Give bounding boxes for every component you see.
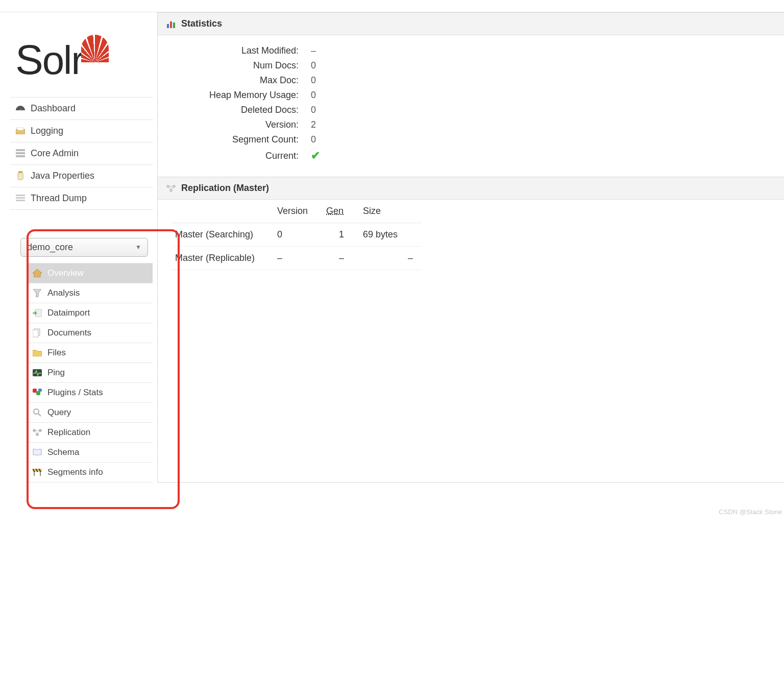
stat-value: 0 xyxy=(309,60,316,71)
core-selector-dropdown[interactable]: demo_core ▼ xyxy=(20,238,148,257)
stat-label: Last Modified: xyxy=(158,45,309,56)
svg-point-22 xyxy=(39,429,42,431)
core-sub-label: Replication xyxy=(47,427,90,438)
servers-icon xyxy=(15,149,26,158)
svg-rect-10 xyxy=(16,197,25,199)
core-sub-dataimport[interactable]: Dataimport xyxy=(27,303,153,323)
stat-value: 0 xyxy=(309,134,316,145)
sidebar-item-thread-dump[interactable]: Thread Dump xyxy=(10,187,153,210)
stat-value: 2 xyxy=(309,119,316,130)
import-icon xyxy=(32,308,42,318)
core-sub-documents[interactable]: Documents xyxy=(27,323,153,343)
svg-point-23 xyxy=(36,433,39,436)
replication-grid: Version Gen Size Master (Searching) 0 1 … xyxy=(172,200,421,270)
stat-label: Heap Memory Usage: xyxy=(158,90,309,101)
stat-value-check: ✔ xyxy=(309,149,320,162)
stat-row: Last Modified:– xyxy=(158,43,784,58)
sidebar-item-java-properties[interactable]: Java Properties xyxy=(10,165,153,187)
core-submenu: Overview Analysis Dataimport Documents xyxy=(27,263,153,483)
svg-rect-17 xyxy=(36,391,40,395)
barrier-icon xyxy=(32,468,42,477)
svg-rect-6 xyxy=(16,155,25,157)
core-sub-label: Overview xyxy=(47,268,84,278)
documents-icon xyxy=(32,328,42,338)
rep-row-version: – xyxy=(274,247,323,270)
core-sub-label: Ping xyxy=(47,368,65,378)
core-sub-label: Files xyxy=(47,348,66,358)
replication-title: Replication (Master) xyxy=(181,183,269,194)
threads-icon xyxy=(15,194,26,203)
svg-point-32 xyxy=(170,189,173,191)
core-sub-overview[interactable]: Overview xyxy=(27,263,153,283)
sidebar-item-logging[interactable]: Logging xyxy=(10,120,153,142)
sidebar: Solr Dashboard Logging Core Admin xyxy=(0,12,153,483)
statistics-header: Statistics xyxy=(158,13,784,35)
core-sub-plugins-stats[interactable]: Plugins / Stats xyxy=(27,383,153,403)
sidebar-item-label: Core Admin xyxy=(31,148,79,159)
core-sub-ping[interactable]: Ping xyxy=(27,363,153,383)
core-selector-value: demo_core xyxy=(27,242,73,253)
stat-row: Heap Memory Usage:0 xyxy=(158,88,784,103)
core-sub-segments-info[interactable]: Segments info xyxy=(27,463,153,483)
svg-rect-8 xyxy=(18,171,22,173)
bar-chart-icon xyxy=(166,19,176,29)
statistics-title: Statistics xyxy=(181,18,222,29)
rep-col-version: Version xyxy=(274,200,323,223)
gauge-icon xyxy=(15,104,26,113)
stat-label: Num Docs: xyxy=(158,60,309,71)
folder-icon xyxy=(32,348,42,357)
svg-rect-14 xyxy=(33,330,38,337)
rep-row-gen: 1 xyxy=(323,223,360,247)
stat-label: Version: xyxy=(158,119,309,130)
replication-icon xyxy=(32,428,42,437)
svg-rect-7 xyxy=(18,173,23,180)
magnifier-icon xyxy=(32,408,42,417)
svg-point-31 xyxy=(173,185,176,187)
core-sub-replication[interactable]: Replication xyxy=(27,423,153,443)
core-sub-files[interactable]: Files xyxy=(27,343,153,363)
svg-rect-16 xyxy=(33,389,37,393)
core-sub-analysis[interactable]: Analysis xyxy=(27,283,153,303)
replication-icon xyxy=(166,184,176,193)
svg-rect-9 xyxy=(16,195,25,196)
rep-row-gen: – xyxy=(323,247,360,270)
replication-header: Replication (Master) xyxy=(158,177,784,200)
rep-row-size: 69 bytes xyxy=(360,223,421,247)
stat-row: Version:2 xyxy=(158,117,784,132)
stat-label: Current: xyxy=(158,151,309,161)
stat-row: Deleted Docs:0 xyxy=(158,103,784,117)
sidebar-item-label: Logging xyxy=(31,126,63,136)
app-container: Solr Dashboard Logging Core Admin xyxy=(0,12,784,483)
svg-rect-26 xyxy=(40,472,41,476)
stat-value: 0 xyxy=(309,105,316,115)
stat-row: Segment Count:0 xyxy=(158,132,784,147)
svg-rect-5 xyxy=(16,152,25,154)
sidebar-item-core-admin[interactable]: Core Admin xyxy=(10,142,153,165)
jar-icon xyxy=(15,171,26,180)
stat-value: 0 xyxy=(309,90,316,101)
global-nav: Dashboard Logging Core Admin Java Proper… xyxy=(10,97,153,210)
svg-rect-11 xyxy=(16,200,25,201)
svg-rect-28 xyxy=(170,21,172,28)
core-sub-query[interactable]: Query xyxy=(27,403,153,423)
sidebar-item-label: Java Properties xyxy=(31,171,94,181)
stat-row: Current:✔ xyxy=(158,147,784,164)
svg-rect-4 xyxy=(16,149,25,151)
stat-label: Deleted Docs: xyxy=(158,105,309,115)
svg-point-30 xyxy=(167,185,169,187)
sidebar-item-label: Thread Dump xyxy=(31,193,87,204)
house-icon xyxy=(32,269,42,278)
sunburst-icon xyxy=(81,35,109,62)
sidebar-item-dashboard[interactable]: Dashboard xyxy=(10,98,153,120)
logo-text: Solr xyxy=(15,43,83,77)
stat-value: 0 xyxy=(309,75,316,86)
plugins-icon xyxy=(32,388,42,397)
rep-row-version: 0 xyxy=(274,223,323,247)
stat-label: Max Doc: xyxy=(158,75,309,86)
core-sub-schema[interactable]: Schema xyxy=(27,443,153,463)
svg-line-20 xyxy=(38,414,41,416)
stat-value: – xyxy=(309,45,316,56)
rep-col-blank xyxy=(172,200,274,223)
core-sub-label: Analysis xyxy=(47,288,80,298)
svg-point-21 xyxy=(33,429,36,431)
